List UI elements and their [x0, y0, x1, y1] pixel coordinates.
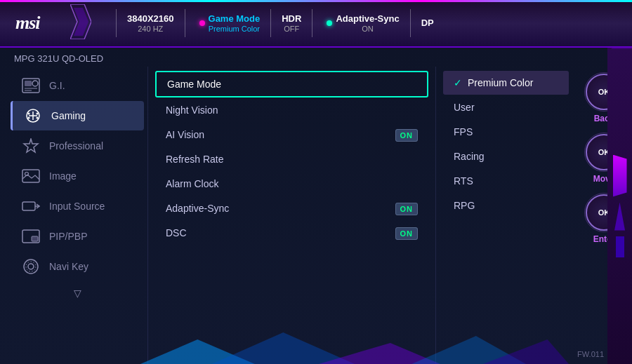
menu-item-dsc[interactable]: DSC ON [155, 221, 428, 245]
main-content: MPG 321U QD-OLED G.I. [0, 48, 632, 364]
sidebar-label-input-source: Input Source [49, 201, 105, 212]
refresh-rate-label: Refresh Rate [166, 154, 223, 165]
right-item-user[interactable]: User [443, 95, 569, 119]
sidebar-item-gi[interactable]: G.I. [11, 71, 144, 100]
sidebar-label-gaming: Gaming [51, 110, 86, 121]
sidebar-label-navi-key: Navi Key [49, 261, 88, 272]
sidebar-label-gi: G.I. [49, 80, 65, 91]
sidebar-label-image: Image [49, 170, 77, 182]
svg-rect-7 [25, 81, 32, 86]
menu-item-ai-vision[interactable]: AI Vision ON [155, 123, 428, 147]
gaming-icon [23, 108, 43, 123]
edge-triangle-1 [614, 203, 625, 231]
svg-marker-29 [212, 332, 355, 364]
gi-icon [21, 78, 41, 93]
sidebar-item-navi-key[interactable]: Navi Key [11, 252, 144, 281]
logo-chevron [70, 4, 91, 42]
svg-marker-18 [24, 139, 38, 152]
sidebar-item-gaming[interactable]: Gaming [11, 101, 144, 130]
right-item-premium-color[interactable]: ✓ Premium Color [443, 71, 569, 95]
adaptive-sync-toggle[interactable]: ON [395, 203, 419, 214]
svg-rect-21 [22, 202, 35, 210]
sidebar: G.I. Gaming [7, 67, 147, 364]
banner-divider-4 [312, 9, 312, 37]
ai-vision-label: AI Vision [166, 129, 204, 140]
rpg-label: RPG [454, 200, 475, 211]
user-label: User [454, 102, 475, 113]
banner-divider-1 [116, 9, 117, 37]
night-vision-label: Night Vision [166, 105, 218, 116]
premium-color-label: Premium Color [468, 77, 533, 88]
image-icon [21, 168, 41, 184]
top-banner: msi 3840X2160 240 HZ Game Mode Premium C… [0, 0, 632, 48]
svg-rect-19 [22, 170, 39, 182]
ai-vision-toggle[interactable]: ON [395, 129, 419, 140]
svg-point-26 [28, 264, 34, 269]
adaptive-sync-label: Adaptive-Sync [166, 203, 229, 214]
pip-icon [21, 229, 41, 244]
check-icon: ✓ [454, 77, 462, 88]
stat-game-mode: Game Mode Premium Color [209, 13, 261, 33]
svg-point-27 [26, 262, 36, 271]
right-item-rts[interactable]: RTS [443, 169, 569, 193]
right-item-racing[interactable]: Racing [443, 144, 569, 168]
menu-item-alarm-clock[interactable]: Alarm Clock [155, 172, 428, 196]
fps-label: FPS [454, 126, 473, 137]
svg-text:msi: msi [15, 13, 41, 32]
right-item-fps[interactable]: FPS [443, 120, 569, 144]
svg-point-16 [28, 117, 30, 119]
sidebar-item-pip-pbp[interactable]: PIP/PBP [11, 222, 144, 251]
right-item-rpg[interactable]: RPG [443, 194, 569, 217]
fw-label: FW.011 [577, 350, 604, 358]
svg-point-14 [28, 113, 30, 115]
dot-2 [327, 20, 332, 26]
alarm-clock-label: Alarm Clock [166, 178, 218, 189]
rts-label: RTS [454, 175, 473, 187]
right-panel: ✓ Premium Color User FPS Racing RTS RPG [435, 67, 576, 364]
menu-item-adaptive-sync[interactable]: Adaptive-Sync ON [155, 196, 428, 220]
sidebar-item-image[interactable]: Image [11, 161, 144, 191]
stat-resolution: 3840X2160 240 HZ [127, 13, 174, 33]
banner-divider-2 [185, 9, 185, 37]
game-mode-label: Game Mode [167, 79, 221, 90]
bottom-decoration [140, 325, 569, 364]
banner-divider-3 [270, 9, 271, 37]
navi-icon [21, 259, 41, 274]
svg-rect-24 [32, 236, 38, 241]
stat-hdr: HDR OFF [282, 13, 301, 33]
banner-divider-5 [410, 9, 411, 37]
right-edge-decoration [607, 48, 632, 364]
svg-point-8 [32, 81, 38, 86]
racing-label: Racing [454, 151, 485, 162]
edge-bar-2 [616, 236, 624, 257]
menu-item-night-vision[interactable]: Night Vision [155, 98, 428, 122]
sidebar-item-professional[interactable]: Professional [11, 131, 144, 161]
dot-1 [199, 20, 205, 26]
dsc-toggle[interactable]: ON [395, 227, 419, 238]
center-panel: Game Mode Night Vision AI Vision ON Refr… [147, 67, 435, 364]
stat-dp: DP [421, 18, 434, 29]
dsc-label: DSC [166, 227, 187, 238]
sidebar-label-pip-pbp: PIP/PBP [49, 231, 87, 242]
sidebar-item-input-source[interactable]: Input Source [11, 191, 144, 221]
professional-icon [21, 138, 41, 154]
stat-adaptive-sync: Adaptive-Sync ON [336, 13, 399, 33]
menu-item-refresh-rate[interactable]: Refresh Rate [155, 147, 428, 171]
svg-marker-5 [74, 8, 88, 36]
svg-point-17 [37, 117, 39, 119]
edge-bar-1 [613, 155, 627, 197]
content-layout: G.I. Gaming [0, 67, 632, 364]
svg-point-15 [37, 113, 39, 115]
msi-logo: msi [14, 11, 56, 36]
menu-item-game-mode[interactable]: Game Mode [155, 71, 428, 97]
monitor-label: MPG 321U QD-OLED [0, 48, 632, 67]
sidebar-label-professional: Professional [49, 140, 103, 151]
sidebar-chevron[interactable]: ▽ [7, 282, 147, 304]
input-source-icon [21, 198, 41, 214]
